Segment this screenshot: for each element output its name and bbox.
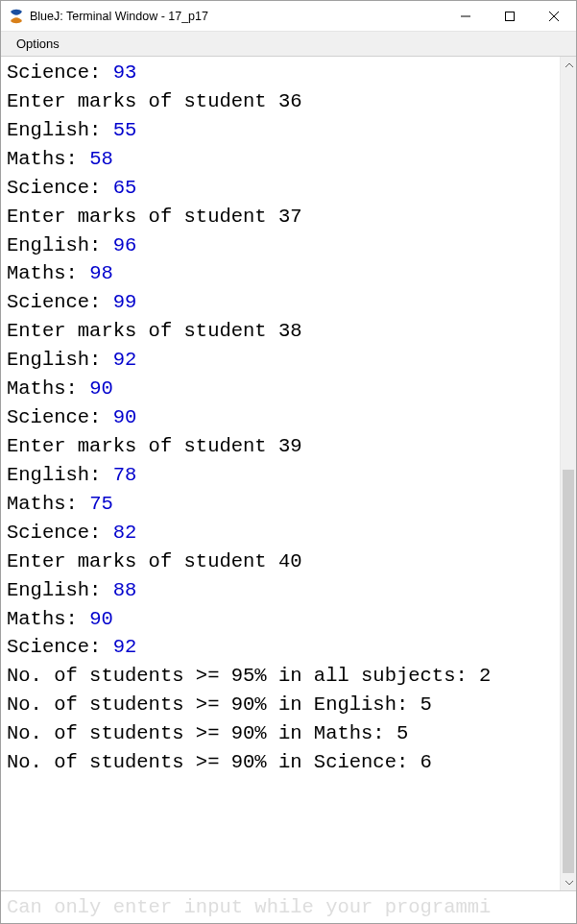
terminal-user-input: 90 bbox=[89, 377, 113, 400]
terminal-line: Enter marks of student 38 bbox=[7, 317, 556, 346]
scroll-thumb[interactable] bbox=[563, 470, 574, 873]
terminal-prompt-text: Science: bbox=[7, 636, 113, 658]
terminal-line: Maths: 90 bbox=[7, 605, 556, 634]
input-placeholder: Can only enter input while your programm… bbox=[7, 896, 491, 918]
terminal-line: English: 88 bbox=[7, 576, 556, 605]
terminal-line: English: 92 bbox=[7, 346, 556, 375]
terminal-prompt-text bbox=[7, 780, 18, 802]
terminal-prompt-text: English: bbox=[7, 349, 113, 371]
scroll-down-arrow[interactable] bbox=[561, 874, 577, 890]
svg-rect-1 bbox=[506, 12, 515, 20]
terminal-line bbox=[7, 835, 556, 863]
terminal-prompt-text: Science: bbox=[7, 522, 113, 544]
terminal-line: Maths: 75 bbox=[7, 490, 556, 519]
terminal-user-input: 96 bbox=[113, 234, 137, 256]
terminal-prompt-text: No. of students >= 90% in English: 5 bbox=[7, 693, 432, 716]
terminal-prompt-text: Maths: bbox=[7, 377, 89, 400]
terminal-user-input: 99 bbox=[113, 291, 137, 313]
terminal-prompt-text: Science: bbox=[7, 406, 113, 428]
terminal-prompt-text: Maths: bbox=[7, 493, 89, 515]
terminal-prompt-text: English: bbox=[7, 464, 113, 486]
terminal-line: Enter marks of student 39 bbox=[7, 432, 556, 461]
terminal-line: Science: 93 bbox=[7, 59, 556, 87]
terminal-line: No. of students >= 90% in Maths: 5 bbox=[7, 719, 556, 748]
title-bar: BlueJ: Terminal Window - 17_p17 bbox=[1, 1, 576, 32]
terminal-line: Maths: 98 bbox=[7, 259, 556, 288]
terminal-prompt-text: Enter marks of student 37 bbox=[7, 206, 302, 228]
terminal-prompt-text: Science: bbox=[7, 291, 113, 313]
terminal-prompt-text: English: bbox=[7, 234, 113, 256]
terminal-prompt-text: English: bbox=[7, 119, 113, 141]
terminal-prompt-text: Science: bbox=[7, 61, 113, 84]
terminal-user-input: 98 bbox=[89, 262, 113, 284]
terminal-user-input: 58 bbox=[89, 148, 113, 170]
terminal-prompt-text: Maths: bbox=[7, 262, 89, 284]
minimize-button[interactable] bbox=[444, 1, 488, 32]
terminal-line: Enter marks of student 40 bbox=[7, 547, 556, 576]
terminal-user-input: 78 bbox=[113, 464, 137, 486]
terminal-line: Maths: 90 bbox=[7, 375, 556, 403]
terminal-prompt-text: Science: bbox=[7, 177, 113, 199]
terminal-line: Science: 82 bbox=[7, 519, 556, 547]
terminal-user-input: 92 bbox=[113, 349, 137, 371]
terminal-prompt-text bbox=[7, 838, 18, 860]
menu-options[interactable]: Options bbox=[7, 35, 69, 53]
maximize-button[interactable] bbox=[488, 1, 532, 32]
terminal-prompt-text: No. of students >= 90% in Maths: 5 bbox=[7, 722, 408, 744]
terminal-line: Science: 92 bbox=[7, 633, 556, 662]
bluej-icon bbox=[9, 9, 24, 24]
terminal-prompt-text: Maths: bbox=[7, 608, 89, 630]
terminal-line: No. of students >= 90% in Science: 6 bbox=[7, 748, 556, 777]
terminal-prompt-text: No. of students >= 90% in Science: 6 bbox=[7, 751, 432, 773]
close-button[interactable] bbox=[532, 1, 576, 32]
terminal-area: Science: 93Enter marks of student 36Engl… bbox=[1, 57, 576, 890]
terminal-user-input: 88 bbox=[113, 579, 137, 601]
terminal-line: No. of students >= 90% in English: 5 bbox=[7, 691, 556, 719]
terminal-prompt-text: Enter marks of student 40 bbox=[7, 550, 302, 572]
terminal-user-input: 55 bbox=[113, 119, 137, 141]
terminal-line: English: 96 bbox=[7, 231, 556, 260]
terminal-prompt-text: Enter marks of student 36 bbox=[7, 90, 302, 112]
terminal-line: Maths: 58 bbox=[7, 145, 556, 174]
terminal-line: Science: 99 bbox=[7, 288, 556, 317]
terminal-user-input: 93 bbox=[113, 61, 137, 84]
terminal-prompt-text: Enter marks of student 38 bbox=[7, 320, 302, 342]
terminal-line: No. of students >= 95% in all subjects: … bbox=[7, 662, 556, 691]
terminal-line: Enter marks of student 36 bbox=[7, 87, 556, 116]
terminal-prompt-text: No. of students >= 95% in all subjects: … bbox=[7, 665, 491, 687]
terminal-user-input: 90 bbox=[89, 608, 113, 630]
window-title: BlueJ: Terminal Window - 17_p17 bbox=[30, 10, 208, 23]
terminal-user-input: 65 bbox=[113, 177, 137, 199]
terminal-user-input: 90 bbox=[113, 406, 137, 428]
terminal-output[interactable]: Science: 93Enter marks of student 36Engl… bbox=[1, 57, 560, 890]
window: BlueJ: Terminal Window - 17_p17 Options … bbox=[0, 0, 577, 924]
terminal-line bbox=[7, 806, 556, 835]
terminal-line: English: 78 bbox=[7, 461, 556, 490]
terminal-line: Science: 90 bbox=[7, 403, 556, 432]
terminal-prompt-text: English: bbox=[7, 579, 113, 601]
terminal-prompt-text: Enter marks of student 39 bbox=[7, 435, 302, 457]
terminal-user-input: 75 bbox=[89, 493, 113, 515]
scroll-up-arrow[interactable] bbox=[561, 57, 577, 73]
terminal-prompt-text bbox=[7, 809, 18, 831]
terminal-line: English: 55 bbox=[7, 116, 556, 145]
terminal-user-input: 92 bbox=[113, 636, 137, 658]
input-bar: Can only enter input while your programm… bbox=[1, 890, 576, 923]
terminal-prompt-text: Maths: bbox=[7, 148, 89, 170]
terminal-line: Science: 65 bbox=[7, 174, 556, 203]
menu-bar: Options bbox=[1, 32, 576, 57]
terminal-user-input: 82 bbox=[113, 522, 137, 544]
terminal-line: Enter marks of student 37 bbox=[7, 203, 556, 231]
terminal-line bbox=[7, 777, 556, 806]
vertical-scrollbar[interactable] bbox=[560, 57, 576, 890]
